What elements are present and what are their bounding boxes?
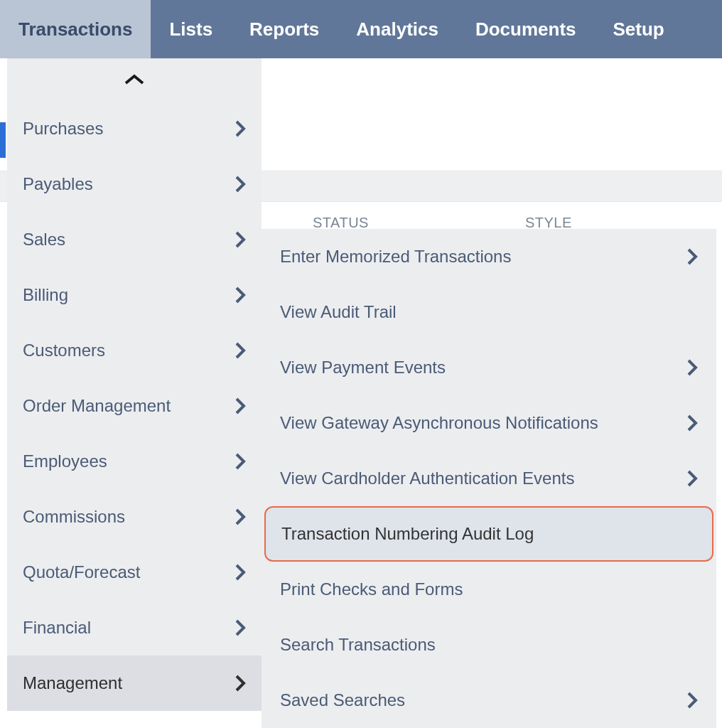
chevron-right-icon (235, 230, 246, 249)
submenu-item-saved-searches[interactable]: Saved Searches (262, 673, 716, 728)
menu-item-quota-forecast[interactable]: Quota/Forecast (7, 545, 262, 600)
menu-item-label: Customers (23, 341, 105, 360)
chevron-up-icon (124, 73, 145, 86)
submenu-item-label: Print Checks and Forms (280, 579, 463, 599)
submenu-item-view-gateway-asynchronous-notifications[interactable]: View Gateway Asynchronous Notifications (262, 395, 716, 451)
nav-tab-reports[interactable]: Reports (231, 0, 338, 58)
submenu-item-label: View Cardholder Authentication Events (280, 469, 574, 488)
submenu-item-label: Search Transactions (280, 635, 436, 655)
chevron-right-icon (235, 452, 246, 471)
menu-item-label: Management (23, 673, 122, 693)
menu-item-employees[interactable]: Employees (7, 434, 262, 489)
menu-item-commissions[interactable]: Commissions (7, 489, 262, 545)
chevron-right-icon (235, 674, 246, 692)
nav-tab-label: Transactions (18, 18, 132, 41)
menu-item-billing[interactable]: Billing (7, 267, 262, 323)
menu-item-label: Quota/Forecast (23, 562, 140, 582)
nav-tab-documents[interactable]: Documents (457, 0, 595, 58)
scroll-up-button[interactable] (7, 58, 262, 101)
submenu-item-view-audit-trail[interactable]: View Audit Trail (262, 284, 716, 340)
menu-item-label: Purchases (23, 119, 103, 139)
submenu-item-label: Enter Memorized Transactions (280, 247, 511, 267)
nav-tab-setup[interactable]: Setup (595, 0, 683, 58)
menu-item-label: Sales (23, 230, 65, 250)
submenu-item-search-transactions[interactable]: Search Transactions (262, 617, 716, 673)
submenu-item-view-payment-events[interactable]: View Payment Events (262, 340, 716, 395)
submenu-item-label: Saved Searches (280, 690, 405, 710)
chevron-right-icon (686, 469, 698, 488)
nav-tab-label: Lists (169, 18, 212, 41)
submenu-item-label: View Gateway Asynchronous Notifications (280, 413, 598, 433)
menu-item-label: Commissions (23, 507, 125, 527)
chevron-right-icon (235, 119, 246, 138)
chevron-right-icon (686, 358, 698, 377)
nav-tab-label: Documents (475, 18, 576, 41)
active-indicator (0, 122, 6, 158)
chevron-right-icon (235, 563, 246, 582)
menu-item-financial[interactable]: Financial (7, 600, 262, 655)
chevron-right-icon (235, 175, 246, 193)
menu-item-label: Billing (23, 285, 68, 305)
menu-item-payables[interactable]: Payables (7, 156, 262, 212)
menu-item-label: Financial (23, 618, 91, 638)
submenu-item-enter-memorized-transactions[interactable]: Enter Memorized Transactions (262, 229, 716, 284)
chevron-right-icon (235, 286, 246, 304)
submenu-item-transaction-numbering-audit-log[interactable]: Transaction Numbering Audit Log (264, 506, 713, 562)
menu-item-order-management[interactable]: Order Management (7, 378, 262, 434)
submenu-item-print-checks-and-forms[interactable]: Print Checks and Forms (262, 562, 716, 617)
chevron-right-icon (235, 619, 246, 637)
management-submenu: Enter Memorized Transactions View Audit … (262, 229, 716, 728)
chevron-right-icon (686, 247, 698, 266)
menu-item-label: Employees (23, 451, 107, 471)
submenu-item-label: Transaction Numbering Audit Log (281, 524, 534, 544)
chevron-right-icon (235, 508, 246, 526)
nav-tab-analytics[interactable]: Analytics (338, 0, 457, 58)
nav-tab-label: Reports (249, 18, 319, 41)
menu-item-sales[interactable]: Sales (7, 212, 262, 267)
menu-item-customers[interactable]: Customers (7, 323, 262, 378)
chevron-right-icon (235, 341, 246, 360)
menu-item-management[interactable]: Management (7, 655, 262, 711)
submenu-item-label: View Payment Events (280, 358, 446, 378)
nav-tab-lists[interactable]: Lists (151, 0, 231, 58)
menu-item-label: Payables (23, 174, 93, 194)
chevron-right-icon (686, 691, 698, 710)
submenu-item-view-cardholder-authentication-events[interactable]: View Cardholder Authentication Events (262, 451, 716, 506)
menu-item-purchases[interactable]: Purchases (7, 101, 262, 156)
nav-tab-label: Setup (613, 18, 664, 41)
chevron-right-icon (686, 414, 698, 432)
submenu-item-label: View Audit Trail (280, 302, 397, 322)
menu-item-label: Order Management (23, 396, 171, 416)
nav-tab-transactions[interactable]: Transactions (0, 0, 151, 58)
transactions-dropdown: Purchases Payables Sales Billing Custome… (7, 58, 262, 711)
nav-tab-label: Analytics (356, 18, 438, 41)
chevron-right-icon (235, 397, 246, 415)
top-nav: Transactions Lists Reports Analytics Doc… (0, 0, 722, 58)
